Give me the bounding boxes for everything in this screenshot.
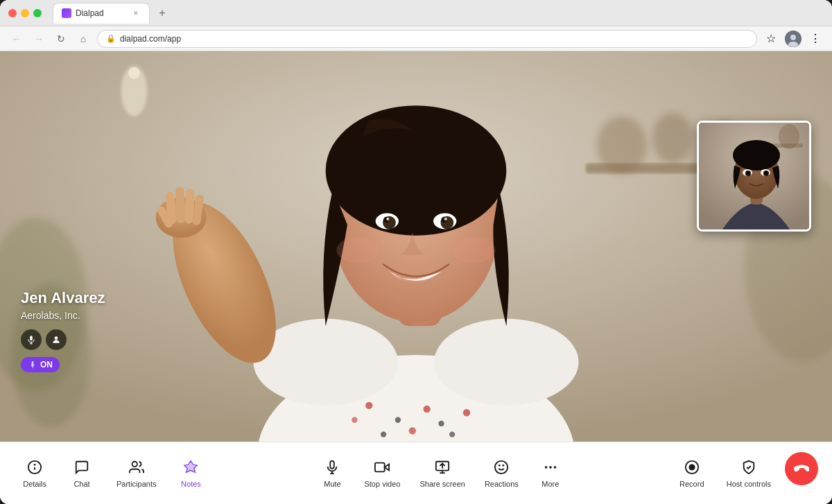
svg-rect-66 — [331, 461, 335, 469]
chat-label: Chat — [73, 480, 89, 489]
record-icon — [682, 458, 702, 477]
svg-point-60 — [746, 171, 749, 174]
svg-point-79 — [549, 466, 552, 469]
tab-area: Dialpad ✕ + — [53, 3, 824, 24]
stop-video-button[interactable]: Stop video — [356, 452, 408, 494]
svg-rect-30 — [175, 187, 185, 224]
svg-point-18 — [381, 431, 386, 437]
ai-icon — [28, 360, 37, 370]
details-icon — [25, 458, 44, 477]
end-call-icon — [794, 461, 809, 476]
host-controls-label: Host controls — [727, 480, 771, 489]
close-window-button[interactable] — [8, 9, 17, 17]
svg-point-20 — [438, 421, 444, 426]
home-button[interactable]: ⌂ — [75, 31, 92, 47]
mute-button[interactable]: Mute — [311, 452, 353, 494]
svg-point-17 — [423, 406, 430, 412]
lock-icon: 🔒 — [106, 34, 116, 43]
profile-button[interactable] — [785, 31, 801, 47]
svg-point-65 — [132, 462, 137, 467]
details-label: Details — [23, 480, 46, 489]
url-bar[interactable]: 🔒 dialpad.com/app — [97, 30, 757, 48]
more-label: More — [541, 480, 559, 489]
svg-point-1 — [790, 35, 796, 40]
svg-point-23 — [449, 431, 455, 437]
back-button[interactable]: ← — [8, 31, 25, 47]
svg-point-43 — [444, 218, 447, 220]
pip-video-scene — [699, 123, 811, 232]
mic-status-badge — [21, 329, 42, 350]
video-container: Jen Alvarez Aerolabs, Inc. — [0, 51, 832, 442]
chat-button[interactable]: Chat — [61, 452, 103, 494]
browser-frame: Dialpad ✕ + ← → ↻ ⌂ 🔒 dialpad.com/app ☆ … — [0, 0, 832, 504]
svg-rect-46 — [30, 336, 33, 340]
participants-button[interactable]: Participants — [108, 452, 164, 494]
chat-icon — [72, 458, 92, 477]
reactions-button[interactable]: Reactions — [476, 452, 527, 494]
svg-marker-69 — [385, 464, 389, 470]
maximize-window-button[interactable] — [33, 9, 42, 17]
svg-point-61 — [764, 171, 767, 174]
video-scene — [0, 51, 832, 442]
svg-point-80 — [553, 466, 556, 469]
traffic-lights — [8, 9, 42, 17]
svg-point-6 — [597, 116, 648, 174]
notes-icon — [181, 458, 200, 477]
svg-point-75 — [495, 461, 508, 473]
title-bar: Dialpad ✕ + — [0, 0, 832, 26]
host-controls-button[interactable]: Host controls — [718, 452, 779, 494]
reactions-icon — [492, 458, 511, 477]
svg-point-44 — [336, 237, 380, 263]
svg-point-35 — [326, 105, 507, 236]
pip-video[interactable] — [697, 121, 811, 232]
stop-video-icon — [372, 458, 392, 477]
record-button[interactable]: Record — [671, 452, 713, 494]
mute-label: Mute — [324, 480, 340, 489]
tab-close-button[interactable]: ✕ — [131, 8, 141, 18]
share-screen-label: Share screen — [419, 480, 465, 489]
profile-icon — [785, 31, 801, 47]
svg-rect-70 — [375, 462, 385, 471]
svg-point-2 — [788, 42, 798, 47]
svg-point-15 — [365, 402, 372, 409]
mic-icon — [26, 335, 36, 345]
person-status-badge — [46, 329, 67, 350]
reactions-label: Reactions — [485, 480, 519, 489]
toolbar-left: Details Chat — [14, 452, 211, 494]
share-screen-button[interactable]: Share screen — [411, 452, 473, 494]
notes-button[interactable]: Notes — [170, 452, 211, 494]
more-icon — [541, 458, 560, 477]
svg-point-42 — [386, 218, 389, 220]
participant-company: Aerolabs, Inc. — [21, 310, 105, 321]
svg-point-49 — [55, 336, 58, 340]
browser-tab[interactable]: Dialpad ✕ — [53, 3, 150, 24]
tab-title: Dialpad — [76, 8, 127, 18]
stop-video-label: Stop video — [364, 480, 400, 489]
details-button[interactable]: Details — [14, 452, 55, 494]
more-button[interactable]: More — [530, 452, 571, 494]
host-controls-icon — [739, 458, 759, 477]
notes-label: Notes — [181, 480, 201, 489]
end-call-button[interactable] — [785, 452, 818, 485]
new-tab-button[interactable]: + — [153, 3, 172, 23]
svg-point-82 — [689, 464, 694, 469]
refresh-button[interactable]: ↻ — [53, 31, 69, 47]
bookmark-button[interactable]: ☆ — [763, 31, 779, 47]
forward-button[interactable]: → — [31, 31, 47, 47]
menu-button[interactable]: ⋮ — [807, 31, 824, 47]
record-label: Record — [679, 480, 704, 489]
svg-point-26 — [434, 319, 579, 406]
main-video: Jen Alvarez Aerolabs, Inc. — [0, 51, 832, 442]
ai-badge: ON — [21, 357, 60, 372]
address-bar: ← → ↻ ⌂ 🔒 dialpad.com/app ☆ ⋮ — [0, 26, 832, 51]
svg-point-7 — [652, 113, 693, 164]
minimize-window-button[interactable] — [21, 9, 29, 17]
share-screen-icon — [433, 458, 452, 477]
person-icon — [51, 335, 61, 345]
svg-point-10 — [128, 67, 140, 79]
svg-point-45 — [452, 237, 496, 263]
participant-name: Jen Alvarez — [21, 289, 105, 307]
url-text: dialpad.com/app — [120, 34, 181, 44]
mute-icon — [322, 458, 342, 477]
svg-point-21 — [463, 409, 470, 416]
